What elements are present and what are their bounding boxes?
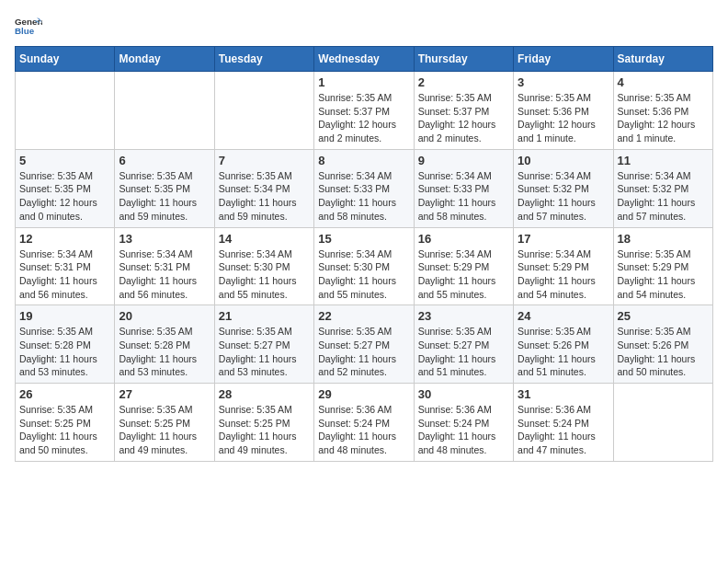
daylight-hours: Daylight: 11 hours and 51 minutes. xyxy=(518,352,609,379)
calendar-cell xyxy=(16,72,115,150)
day-number: 28 xyxy=(219,387,310,401)
sunset-time: Sunset: 5:24 PM xyxy=(318,417,409,431)
sunrise-time: Sunrise: 5:35 AM xyxy=(19,169,110,183)
calendar-cell: 25Sunrise: 5:35 AMSunset: 5:26 PMDayligh… xyxy=(613,305,712,384)
sunset-time: Sunset: 5:31 PM xyxy=(19,260,110,274)
day-number: 19 xyxy=(19,309,110,323)
sunset-time: Sunset: 5:37 PM xyxy=(318,105,409,119)
sunrise-time: Sunrise: 5:34 AM xyxy=(219,247,310,261)
day-header-saturday: Saturday xyxy=(613,47,712,72)
calendar-cell: 4Sunrise: 5:35 AMSunset: 5:36 PMDaylight… xyxy=(613,72,712,150)
calendar-cell: 10Sunrise: 5:34 AMSunset: 5:32 PMDayligh… xyxy=(514,149,613,227)
sunset-time: Sunset: 5:24 PM xyxy=(418,417,509,431)
calendar-table: SundayMondayTuesdayWednesdayThursdayFrid… xyxy=(15,46,713,462)
sunrise-time: Sunrise: 5:34 AM xyxy=(418,247,509,261)
day-number: 9 xyxy=(418,154,509,167)
daylight-hours: Daylight: 11 hours and 53 minutes. xyxy=(19,352,110,379)
page-header: General Blue xyxy=(15,15,713,37)
day-number: 17 xyxy=(518,232,609,246)
sunset-time: Sunset: 5:33 PM xyxy=(318,182,409,196)
calendar-cell: 18Sunrise: 5:35 AMSunset: 5:29 PMDayligh… xyxy=(613,227,712,305)
sunrise-time: Sunrise: 5:36 AM xyxy=(318,403,409,417)
calendar-cell: 7Sunrise: 5:35 AMSunset: 5:34 PMDaylight… xyxy=(214,149,313,227)
sunset-time: Sunset: 5:24 PM xyxy=(518,417,609,431)
day-header-thursday: Thursday xyxy=(414,47,513,72)
calendar-cell: 17Sunrise: 5:34 AMSunset: 5:29 PMDayligh… xyxy=(514,227,613,305)
day-number: 23 xyxy=(418,309,509,323)
logo: General Blue xyxy=(15,15,46,37)
sunset-time: Sunset: 5:25 PM xyxy=(119,417,210,431)
sunrise-time: Sunrise: 5:34 AM xyxy=(119,247,210,261)
daylight-hours: Daylight: 12 hours and 1 minute. xyxy=(518,118,609,144)
day-number: 13 xyxy=(119,232,210,246)
sunrise-time: Sunrise: 5:35 AM xyxy=(618,325,709,339)
daylight-hours: Daylight: 11 hours and 55 minutes. xyxy=(219,274,310,301)
sunrise-time: Sunrise: 5:35 AM xyxy=(618,91,709,105)
calendar-cell: 22Sunrise: 5:35 AMSunset: 5:27 PMDayligh… xyxy=(314,305,414,384)
day-number: 16 xyxy=(418,232,509,246)
day-number: 3 xyxy=(518,75,609,89)
calendar-cell: 16Sunrise: 5:34 AMSunset: 5:29 PMDayligh… xyxy=(414,227,513,305)
daylight-hours: Daylight: 11 hours and 49 minutes. xyxy=(119,430,210,456)
daylight-hours: Daylight: 11 hours and 58 minutes. xyxy=(318,196,409,223)
sunset-time: Sunset: 5:35 PM xyxy=(19,182,110,196)
sunrise-time: Sunrise: 5:35 AM xyxy=(219,325,310,339)
sunrise-time: Sunrise: 5:35 AM xyxy=(518,91,609,105)
daylight-hours: Daylight: 12 hours and 1 minute. xyxy=(618,118,709,144)
day-number: 27 xyxy=(119,387,210,401)
daylight-hours: Daylight: 12 hours and 0 minutes. xyxy=(19,196,110,223)
calendar-cell: 9Sunrise: 5:34 AMSunset: 5:33 PMDaylight… xyxy=(414,149,513,227)
daylight-hours: Daylight: 11 hours and 54 minutes. xyxy=(618,274,709,301)
calendar-cell: 28Sunrise: 5:35 AMSunset: 5:25 PMDayligh… xyxy=(214,384,313,462)
sunrise-time: Sunrise: 5:36 AM xyxy=(418,403,509,417)
calendar-cell: 30Sunrise: 5:36 AMSunset: 5:24 PMDayligh… xyxy=(414,384,513,462)
logo-icon: General Blue xyxy=(15,15,42,37)
sunrise-time: Sunrise: 5:34 AM xyxy=(518,247,609,261)
calendar-cell: 12Sunrise: 5:34 AMSunset: 5:31 PMDayligh… xyxy=(16,227,115,305)
day-number: 25 xyxy=(618,309,709,323)
svg-text:Blue: Blue xyxy=(15,26,35,36)
day-number: 5 xyxy=(19,154,110,167)
daylight-hours: Daylight: 11 hours and 55 minutes. xyxy=(418,274,509,301)
sunset-time: Sunset: 5:32 PM xyxy=(618,182,709,196)
daylight-hours: Daylight: 11 hours and 56 minutes. xyxy=(119,274,210,301)
sunrise-time: Sunrise: 5:34 AM xyxy=(418,169,509,183)
daylight-hours: Daylight: 12 hours and 2 minutes. xyxy=(418,118,509,144)
calendar-cell: 24Sunrise: 5:35 AMSunset: 5:26 PMDayligh… xyxy=(514,305,613,384)
day-number: 2 xyxy=(418,75,509,89)
day-number: 4 xyxy=(618,75,709,89)
sunset-time: Sunset: 5:36 PM xyxy=(618,105,709,119)
sunset-time: Sunset: 5:27 PM xyxy=(418,339,509,352)
day-number: 20 xyxy=(119,309,210,323)
sunset-time: Sunset: 5:29 PM xyxy=(518,260,609,274)
calendar-cell xyxy=(115,72,214,150)
sunrise-time: Sunrise: 5:35 AM xyxy=(219,169,310,183)
day-number: 1 xyxy=(318,75,409,89)
calendar-week-row: 1Sunrise: 5:35 AMSunset: 5:37 PMDaylight… xyxy=(16,72,713,150)
sunrise-time: Sunrise: 5:36 AM xyxy=(518,403,609,417)
calendar-cell: 5Sunrise: 5:35 AMSunset: 5:35 PMDaylight… xyxy=(16,149,115,227)
sunrise-time: Sunrise: 5:34 AM xyxy=(318,169,409,183)
daylight-hours: Daylight: 11 hours and 55 minutes. xyxy=(318,274,409,301)
sunset-time: Sunset: 5:26 PM xyxy=(618,339,709,352)
daylight-hours: Daylight: 11 hours and 53 minutes. xyxy=(119,352,210,379)
sunset-time: Sunset: 5:27 PM xyxy=(318,339,409,352)
daylight-hours: Daylight: 11 hours and 59 minutes. xyxy=(219,196,310,223)
calendar-week-row: 5Sunrise: 5:35 AMSunset: 5:35 PMDaylight… xyxy=(16,149,713,227)
day-number: 8 xyxy=(318,154,409,167)
calendar-cell xyxy=(613,384,712,462)
daylight-hours: Daylight: 11 hours and 50 minutes. xyxy=(19,430,110,456)
sunrise-time: Sunrise: 5:35 AM xyxy=(119,403,210,417)
sunrise-time: Sunrise: 5:35 AM xyxy=(518,325,609,339)
sunset-time: Sunset: 5:32 PM xyxy=(518,182,609,196)
daylight-hours: Daylight: 11 hours and 51 minutes. xyxy=(418,352,509,379)
calendar-cell: 29Sunrise: 5:36 AMSunset: 5:24 PMDayligh… xyxy=(314,384,414,462)
calendar-cell: 21Sunrise: 5:35 AMSunset: 5:27 PMDayligh… xyxy=(214,305,313,384)
calendar-cell: 1Sunrise: 5:35 AMSunset: 5:37 PMDaylight… xyxy=(314,72,414,150)
calendar-cell: 19Sunrise: 5:35 AMSunset: 5:28 PMDayligh… xyxy=(16,305,115,384)
day-number: 30 xyxy=(418,387,509,401)
calendar-cell: 27Sunrise: 5:35 AMSunset: 5:25 PMDayligh… xyxy=(115,384,214,462)
daylight-hours: Daylight: 11 hours and 47 minutes. xyxy=(518,430,609,456)
sunrise-time: Sunrise: 5:34 AM xyxy=(618,169,709,183)
sunset-time: Sunset: 5:34 PM xyxy=(219,182,310,196)
